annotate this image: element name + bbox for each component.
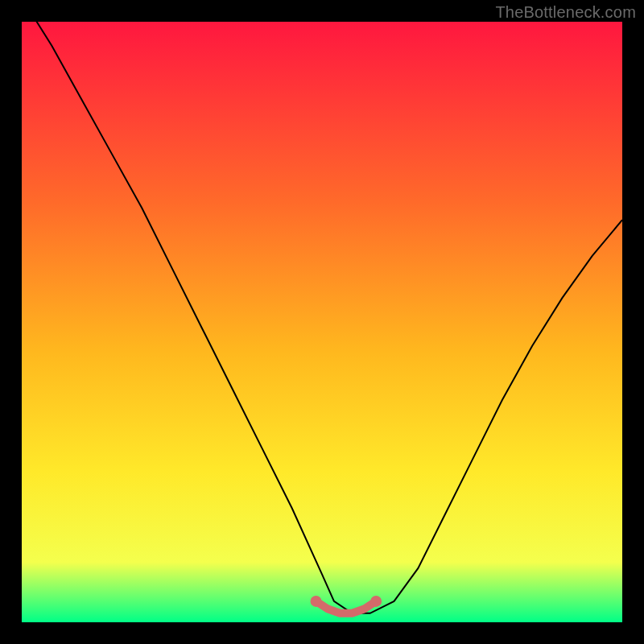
valley-endpoint (311, 596, 322, 607)
attribution-text: TheBottleneck.com (495, 3, 636, 22)
plot-area (22, 22, 622, 622)
chart-svg (22, 22, 622, 622)
chart-stage: TheBottleneck.com (0, 0, 644, 644)
valley-endpoint (370, 596, 382, 607)
gradient-background (22, 22, 622, 622)
